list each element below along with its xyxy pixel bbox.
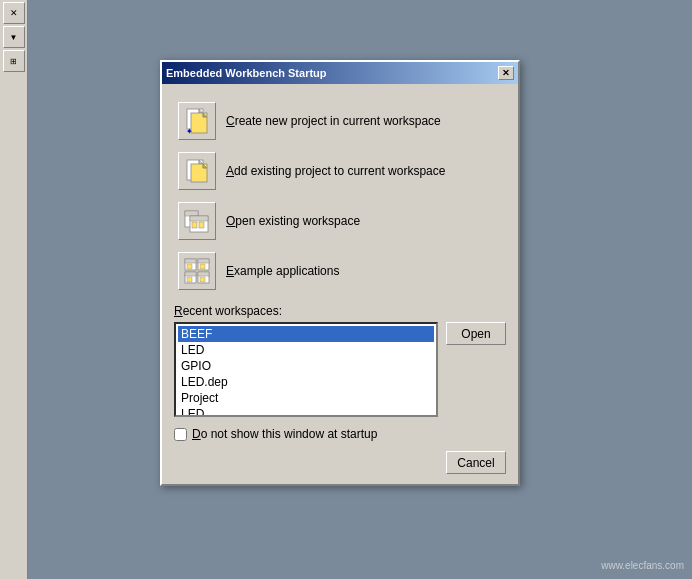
open-workspace-icon: [178, 202, 216, 240]
workspace-list[interactable]: BEEF LED GPIO LED.dep Project LED LED: [174, 322, 438, 417]
workspace-item-project[interactable]: Project: [178, 390, 434, 406]
create-new-project-item[interactable]: ✦ Create new project in current workspac…: [174, 96, 506, 146]
workspace-item-gpio[interactable]: GPIO: [178, 358, 434, 374]
svg-rect-20: [190, 216, 208, 221]
checkbox-row: Do not show this window at startup: [174, 427, 506, 441]
close-button[interactable]: ✕: [498, 66, 514, 80]
add-project-icon: [178, 152, 216, 190]
workspace-item-led2[interactable]: LED: [178, 406, 434, 417]
example-applications-item[interactable]: Example applications: [174, 246, 506, 296]
new-project-icon: ✦: [178, 102, 216, 140]
dialog-content: ✦ Create new project in current workspac…: [162, 84, 518, 484]
svg-rect-24: [185, 259, 196, 263]
svg-rect-32: [200, 264, 205, 269]
example-apps-icon: [178, 252, 216, 290]
title-bar: Embedded Workbench Startup ✕: [162, 62, 518, 84]
workspace-item-beef[interactable]: BEEF: [178, 326, 434, 342]
dialog-title: Embedded Workbench Startup: [166, 67, 327, 79]
add-existing-label: Add existing project to current workspac…: [226, 164, 445, 178]
svg-text:✦: ✦: [186, 127, 193, 136]
toolbar-btn-2[interactable]: ▼: [3, 26, 25, 48]
left-toolbar: ✕ ▼ ⊞: [0, 0, 28, 579]
recent-workspaces-label: Recent workspaces:: [174, 304, 506, 318]
toolbar-btn-1[interactable]: ✕: [3, 2, 25, 24]
workspace-item-led1[interactable]: LED: [178, 342, 434, 358]
svg-rect-30: [198, 272, 209, 276]
svg-rect-26: [198, 259, 209, 263]
svg-rect-34: [200, 277, 205, 282]
svg-rect-22: [199, 222, 204, 228]
create-new-label: Create new project in current workspace: [226, 114, 441, 128]
svg-rect-31: [187, 264, 192, 269]
svg-rect-18: [185, 211, 198, 216]
example-apps-label: Example applications: [226, 264, 339, 278]
startup-dialog: Embedded Workbench Startup ✕: [160, 60, 520, 486]
watermark: www.elecfans.com: [601, 560, 684, 571]
title-bar-controls: ✕: [498, 66, 514, 80]
cancel-button[interactable]: Cancel: [446, 451, 506, 474]
no-show-checkbox[interactable]: [174, 428, 187, 441]
toolbar-btn-3[interactable]: ⊞: [3, 50, 25, 72]
svg-rect-21: [192, 222, 197, 228]
open-existing-label: Open existing workspace: [226, 214, 360, 228]
no-show-label[interactable]: Do not show this window at startup: [192, 427, 377, 441]
svg-rect-28: [185, 272, 196, 276]
workspace-item-leddep[interactable]: LED.dep: [178, 374, 434, 390]
add-existing-project-item[interactable]: Add existing project to current workspac…: [174, 146, 506, 196]
button-row: Cancel: [174, 451, 506, 474]
workspace-row: BEEF LED GPIO LED.dep Project LED LED Op…: [174, 322, 506, 417]
open-existing-workspace-item[interactable]: Open existing workspace: [174, 196, 506, 246]
open-button[interactable]: Open: [446, 322, 506, 345]
svg-rect-33: [187, 277, 192, 282]
